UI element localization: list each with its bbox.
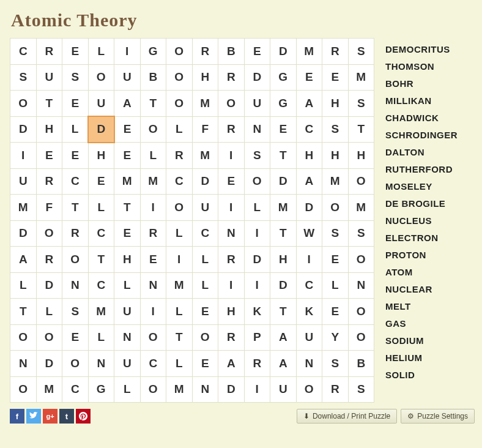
grid-cell[interactable]: D — [10, 116, 37, 143]
grid-cell[interactable]: E — [114, 143, 141, 169]
grid-cell[interactable]: H — [114, 247, 141, 273]
grid-cell[interactable]: N — [348, 272, 374, 299]
grid-cell[interactable]: S — [244, 143, 270, 169]
grid-cell[interactable]: B — [218, 39, 245, 65]
grid-cell[interactable]: O — [348, 299, 374, 325]
grid-cell[interactable]: E — [62, 91, 89, 117]
grid-cell[interactable]: U — [36, 64, 62, 91]
grid-cell[interactable]: R — [36, 168, 62, 195]
grid-cell[interactable]: T — [10, 299, 37, 325]
grid-cell[interactable]: O — [192, 324, 218, 351]
grid-cell[interactable]: E — [192, 299, 218, 325]
facebook-icon[interactable]: f — [10, 409, 24, 424]
grid-cell[interactable]: E — [62, 143, 89, 169]
grid-cell[interactable]: E — [322, 247, 349, 273]
grid-cell[interactable]: D — [270, 272, 297, 299]
grid-cell[interactable]: R — [36, 39, 62, 65]
grid-cell[interactable]: U — [114, 64, 141, 91]
grid-cell[interactable]: A — [296, 168, 322, 195]
grid-cell[interactable]: O — [62, 247, 89, 273]
grid-cell[interactable]: B — [348, 351, 374, 377]
grid-cell[interactable]: I — [296, 247, 322, 273]
grid-cell[interactable]: L — [322, 272, 349, 299]
grid-cell[interactable]: G — [88, 376, 114, 403]
grid-cell[interactable]: I — [140, 195, 166, 221]
grid-cell[interactable]: T — [114, 195, 141, 221]
grid-cell[interactable]: D — [10, 220, 37, 247]
grid-cell[interactable]: I — [114, 39, 141, 65]
grid-cell[interactable]: D — [36, 351, 62, 377]
grid-cell[interactable]: S — [348, 376, 374, 403]
grid-cell[interactable]: O — [166, 64, 193, 91]
grid-cell[interactable]: A — [218, 351, 245, 377]
grid-cell[interactable]: E — [62, 324, 89, 351]
grid-cell[interactable]: L — [244, 195, 270, 221]
twitter-icon[interactable] — [26, 409, 41, 424]
grid-cell[interactable]: M — [348, 195, 374, 221]
grid-cell[interactable]: M — [36, 376, 62, 403]
grid-cell[interactable]: L — [140, 143, 166, 169]
grid-cell[interactable]: L — [166, 351, 193, 377]
grid-cell[interactable]: N — [114, 324, 141, 351]
grid-cell[interactable]: N — [88, 351, 114, 377]
grid-cell[interactable]: A — [10, 247, 37, 273]
grid-cell[interactable]: N — [10, 351, 37, 377]
grid-cell[interactable]: E — [114, 116, 141, 143]
grid-cell[interactable]: T — [36, 91, 62, 117]
grid-cell[interactable]: R — [218, 324, 245, 351]
grid-cell[interactable]: E — [36, 143, 62, 169]
grid-cell[interactable]: L — [166, 116, 193, 143]
grid-cell[interactable]: R — [140, 220, 166, 247]
pinterest-icon[interactable] — [76, 409, 91, 424]
grid-cell[interactable]: I — [244, 220, 270, 247]
grid-cell[interactable]: E — [114, 220, 141, 247]
grid-cell[interactable]: L — [114, 272, 141, 299]
grid-cell[interactable]: T — [88, 247, 114, 273]
grid-cell[interactable]: U — [10, 168, 37, 195]
grid-cell[interactable]: N — [192, 376, 218, 403]
grid-cell[interactable]: H — [322, 143, 349, 169]
grid-cell[interactable]: M — [192, 91, 218, 117]
grid-cell[interactable]: S — [322, 116, 349, 143]
grid-cell[interactable]: U — [192, 195, 218, 221]
grid-cell[interactable]: K — [244, 299, 270, 325]
grid-cell[interactable]: B — [140, 64, 166, 91]
grid-cell[interactable]: U — [114, 351, 141, 377]
grid-cell[interactable]: O — [348, 324, 374, 351]
grid-cell[interactable]: M — [166, 376, 193, 403]
grid-cell[interactable]: D — [88, 116, 114, 143]
grid-cell[interactable]: T — [270, 143, 297, 169]
grid-cell[interactable]: D — [270, 168, 297, 195]
grid-cell[interactable]: H — [218, 299, 245, 325]
grid-cell[interactable]: C — [10, 39, 37, 65]
grid-cell[interactable]: R — [166, 143, 193, 169]
grid-cell[interactable]: R — [322, 39, 349, 65]
grid-cell[interactable]: H — [322, 91, 349, 117]
grid-cell[interactable]: I — [218, 195, 245, 221]
grid-cell[interactable]: L — [36, 299, 62, 325]
grid-cell[interactable]: T — [348, 116, 374, 143]
grid-cell[interactable]: H — [348, 143, 374, 169]
grid-cell[interactable]: O — [296, 376, 322, 403]
grid-cell[interactable]: C — [88, 220, 114, 247]
grid-cell[interactable]: D — [192, 168, 218, 195]
grid-cell[interactable]: R — [322, 376, 349, 403]
grid-cell[interactable]: Y — [322, 324, 349, 351]
grid-cell[interactable]: O — [244, 168, 270, 195]
grid-cell[interactable]: L — [88, 195, 114, 221]
grid-cell[interactable]: O — [140, 116, 166, 143]
grid-cell[interactable]: O — [322, 195, 349, 221]
grid-cell[interactable]: U — [270, 376, 297, 403]
grid-cell[interactable]: M — [88, 299, 114, 325]
grid-cell[interactable]: E — [88, 168, 114, 195]
grid-cell[interactable]: O — [88, 64, 114, 91]
grid-cell[interactable]: E — [322, 299, 349, 325]
grid-cell[interactable]: H — [36, 116, 62, 143]
grid-cell[interactable]: O — [36, 220, 62, 247]
grid-cell[interactable]: S — [62, 64, 89, 91]
grid-cell[interactable]: C — [62, 168, 89, 195]
grid-cell[interactable]: C — [296, 272, 322, 299]
grid-cell[interactable]: O — [166, 195, 193, 221]
grid-cell[interactable]: R — [218, 64, 245, 91]
grid-cell[interactable]: A — [114, 91, 141, 117]
